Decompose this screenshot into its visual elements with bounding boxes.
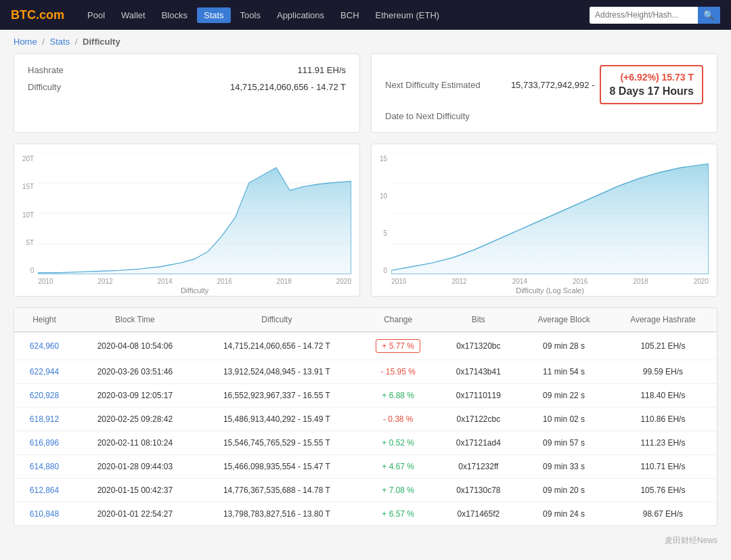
date-label: Date to Next Difficulty: [385, 111, 470, 121]
x-label-2018: 2018: [277, 278, 292, 285]
block-time-cell: 2020-02-11 08:10:24: [74, 431, 196, 455]
avg-block-cell: 09 min 33 s: [518, 455, 609, 479]
nav-bch[interactable]: BCH: [334, 7, 366, 23]
nav-blocks[interactable]: Blocks: [155, 7, 194, 23]
bits-cell: 0x171320bc: [438, 332, 518, 360]
x-label-2020: 2020: [336, 278, 351, 285]
bits-cell: 0x17122cbc: [438, 408, 518, 431]
search-button[interactable]: 🔍: [698, 7, 720, 24]
nav-wallet[interactable]: Wallet: [114, 7, 152, 23]
change-cell-td: + 6.88 %: [358, 384, 438, 408]
nav-ethereum[interactable]: Ethereum (ETH): [369, 7, 447, 23]
bits-cell: 0x17121ad4: [438, 431, 518, 455]
x-label-2010: 2010: [38, 278, 53, 285]
avg-block-cell: 09 min 24 s: [518, 502, 609, 526]
x-label-r-2010: 2010: [391, 278, 406, 285]
block-time-cell: 2020-03-26 03:51:46: [74, 360, 196, 384]
avg-hashrate-cell: 105.76 EH/s: [609, 479, 717, 502]
x-label-2014: 2014: [157, 278, 172, 285]
change-cell-td: + 4.67 %: [358, 455, 438, 479]
avg-hashrate-cell: 99.59 EH/s: [609, 360, 717, 384]
right-chart-card: 15 10 5 0: [371, 144, 717, 297]
table-row: 624,960 2020-04-08 10:54:06 14,715,214,0…: [14, 332, 717, 360]
block-time-cell: 2020-03-09 12:05:17: [74, 384, 196, 408]
right-chart-xlabel: Difficulty (Log Scale): [391, 286, 709, 295]
nav-pool[interactable]: Pool: [81, 7, 112, 23]
avg-hashrate-cell: 105.21 EH/s: [609, 332, 717, 360]
col-height: Height: [14, 308, 74, 332]
left-stats-card: Hashrate 111.91 EH/s Difficulty 14,715,2…: [14, 53, 360, 133]
bits-cell: 0x17143b41: [438, 360, 518, 384]
y-label-20t: 20T: [22, 155, 34, 163]
col-block-time: Block Time: [74, 308, 196, 332]
next-diff-highlight: (+6.92%) 15.73 T 8 Days 17 Hours: [600, 65, 703, 104]
change-cell-td: - 15.95 %: [358, 360, 438, 384]
avg-block-cell: 10 min 02 s: [518, 408, 609, 431]
change-cell: + 0.52 %: [382, 438, 414, 448]
block-time-cell: 2020-04-08 10:54:06: [74, 332, 196, 360]
change-cell: - 0.38 %: [383, 414, 414, 424]
search-input[interactable]: [590, 7, 698, 23]
x-label-2016: 2016: [217, 278, 232, 285]
block-time-cell: 2020-01-01 22:54:27: [74, 502, 196, 526]
left-chart-svg: [38, 152, 351, 274]
y-label-5: 5: [384, 230, 388, 237]
height-cell[interactable]: 614,880: [14, 455, 74, 479]
hashrate-label: Hashrate: [28, 65, 64, 75]
bits-cell: 0x17130c78: [438, 479, 518, 502]
difficulty-table: Height Block Time Difficulty Change Bits…: [14, 307, 717, 526]
block-time-cell: 2020-02-25 09:28:42: [74, 408, 196, 431]
col-avg-block: Average Block: [518, 308, 609, 332]
logo[interactable]: BTC.com: [11, 8, 64, 22]
right-chart-svg: [391, 152, 709, 274]
avg-block-cell: 11 min 54 s: [518, 360, 609, 384]
x-label-r-2018: 2018: [633, 278, 648, 285]
change-cell: + 7.08 %: [382, 486, 414, 495]
height-cell[interactable]: 616,896: [14, 431, 74, 455]
avg-hashrate-cell: 110.86 EH/s: [609, 408, 717, 431]
difficulty-cell: 13,912,524,048,945 - 13.91 T: [196, 360, 358, 384]
difficulty-cell: 15,466,098,935,554 - 15.47 T: [196, 455, 358, 479]
height-cell[interactable]: 624,960: [14, 332, 74, 360]
change-cell: + 4.67 %: [382, 462, 414, 471]
left-chart-xlabel: Difficulty: [38, 286, 351, 295]
search-bar: 🔍: [590, 7, 720, 24]
table-row: 622,944 2020-03-26 03:51:46 13,912,524,0…: [14, 360, 717, 384]
left-chart-card: 20T 15T 10T 5T 0: [14, 144, 360, 297]
nav-applications[interactable]: Applications: [270, 7, 331, 23]
difficulty-cell: 14,776,367,535,688 - 14.78 T: [196, 479, 358, 502]
next-diff-label: Next Difficulty Estimated: [385, 80, 481, 90]
avg-block-cell: 09 min 28 s: [518, 332, 609, 360]
avg-hashrate-cell: 98.67 EH/s: [609, 502, 717, 526]
col-change: Change: [358, 308, 438, 332]
height-cell[interactable]: 622,944: [14, 360, 74, 384]
avg-hashrate-cell: 111.23 EH/s: [609, 431, 717, 455]
change-cell: + 6.88 %: [382, 391, 414, 400]
height-cell[interactable]: 618,912: [14, 408, 74, 431]
block-time-cell: 2020-01-28 09:44:03: [74, 455, 196, 479]
next-diff-change: (+6.92%) 15.73 T: [609, 72, 694, 83]
difficulty-label: Difficulty: [28, 82, 61, 92]
breadcrumb-home[interactable]: Home: [14, 37, 37, 47]
y-label-10: 10: [380, 192, 387, 200]
change-cell: - 15.95 %: [380, 367, 415, 376]
nav-stats[interactable]: Stats: [197, 7, 231, 23]
x-label-r-2012: 2012: [451, 278, 466, 285]
x-label-2012: 2012: [97, 278, 112, 285]
col-bits: Bits: [438, 308, 518, 332]
avg-hashrate-cell: 110.71 EH/s: [609, 455, 717, 479]
table-row: 620,928 2020-03-09 12:05:17 16,552,923,9…: [14, 384, 717, 408]
height-cell[interactable]: 612,864: [14, 479, 74, 502]
difficulty-cell: 13,798,783,827,516 - 13.80 T: [196, 502, 358, 526]
breadcrumb-stats[interactable]: Stats: [50, 37, 70, 47]
difficulty-value: 14,715,214,060,656 - 14.72 T: [230, 82, 346, 92]
block-time-cell: 2020-01-15 00:42:37: [74, 479, 196, 502]
y-label-15: 15: [380, 155, 387, 163]
avg-block-cell: 09 min 57 s: [518, 431, 609, 455]
nav-tools[interactable]: Tools: [234, 7, 267, 23]
next-diff-value: 15,733,772,942,992 -: [511, 80, 595, 90]
y-label-0-r: 0: [384, 267, 388, 274]
height-cell[interactable]: 620,928: [14, 384, 74, 408]
height-cell[interactable]: 610,848: [14, 502, 74, 526]
change-cell-td: + 5.77 %: [358, 332, 438, 360]
